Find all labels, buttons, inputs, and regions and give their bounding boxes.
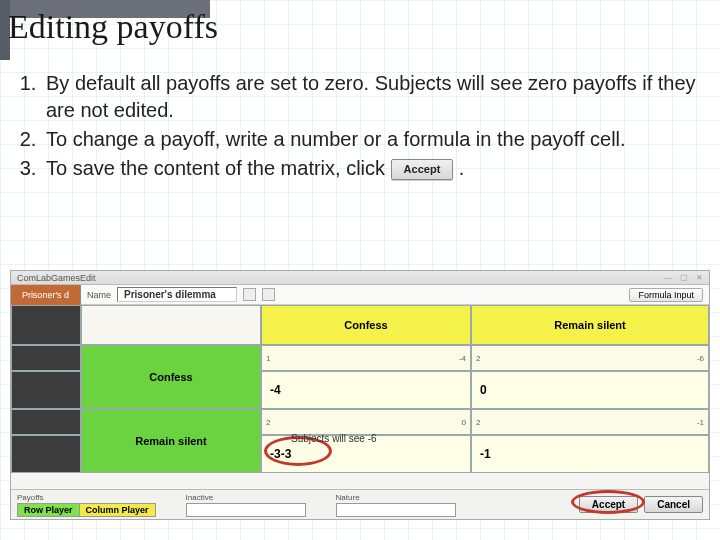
col-header-1[interactable]: Confess [261,305,471,345]
row-header-2[interactable]: Remain silent [81,409,261,473]
app-footer: Payoffs Row Player Column Player Inactiv… [11,489,709,519]
accept-inline-button[interactable]: Accept [391,159,454,180]
payoffs-group: Payoffs Row Player Column Player [17,493,156,517]
row-header-1[interactable]: Confess [81,345,261,409]
cell-top-r2c1: 0 [462,418,466,427]
cell-top-r1c1: -4 [459,354,466,363]
annotation-text: Subjects will see -6 [291,433,377,444]
instruction-2: To change a payoff, write a number or a … [42,126,700,153]
instruction-1: By default all payoffs are set to zero. … [42,70,700,124]
subidx-r1c1: 1-4 [261,345,471,371]
nature-box[interactable] [336,503,456,517]
name-input[interactable]: Prisoner's dilemma [117,287,237,302]
left-scenario-tab[interactable]: Prisoner's d [11,285,81,305]
row-player-button[interactable]: Row Player [18,504,80,516]
payoff-cell-r1c2[interactable]: 0 [471,371,709,409]
window-title-text: ComLabGamesEdit [17,273,96,283]
accept-button[interactable]: Accept [579,496,638,513]
subidx-r2c2: 2-1 [471,409,709,435]
name-label: Name [87,290,111,300]
nature-label: Nature [336,493,456,502]
subidx-r1c2: 2-6 [471,345,709,371]
cell-top-r2c2: -1 [697,418,704,427]
instruction-list: By default all payoffs are set to zero. … [12,70,700,184]
subidx-r2c1: 20 [261,409,471,435]
nature-group: Nature [336,493,456,517]
inactive-label: Inactive [186,493,306,502]
window-controls: — ▢ ✕ [664,273,703,282]
cell-top-r1c2: -6 [697,354,704,363]
minimize-icon[interactable]: — [664,273,672,282]
inactive-group: Inactive [186,493,306,517]
slide-title: Editing payoffs [8,8,218,46]
col-header-2[interactable]: Remain silent [471,305,709,345]
payoff-cell-r2c2[interactable]: -1 [471,435,709,473]
app-window: ComLabGamesEdit — ▢ ✕ Prisoner's d Name … [10,270,710,520]
delete-icon[interactable] [262,288,275,301]
payoffs-label: Payoffs [17,493,156,502]
cancel-button[interactable]: Cancel [644,496,703,513]
maximize-icon[interactable]: ▢ [680,273,688,282]
formula-input-button[interactable]: Formula Input [629,288,703,302]
close-icon[interactable]: ✕ [696,273,703,282]
app-toolbar: Name Prisoner's dilemma Formula Input [81,285,709,305]
column-player-button[interactable]: Column Player [80,504,155,516]
inactive-box[interactable] [186,503,306,517]
copy-icon[interactable] [243,288,256,301]
payoff-cell-r1c1[interactable]: -4 [261,371,471,409]
player-selector: Row Player Column Player [17,503,156,517]
payoff-matrix: Confess Remain silent Confess 1-4 2-6 -4… [11,305,709,489]
matrix-side-dark [11,305,81,345]
window-titlebar: ComLabGamesEdit — ▢ ✕ [11,271,709,285]
footer-buttons: Accept Cancel [579,496,703,513]
instruction-3: To save the content of the matrix, click… [42,155,700,182]
matrix-corner [81,305,261,345]
